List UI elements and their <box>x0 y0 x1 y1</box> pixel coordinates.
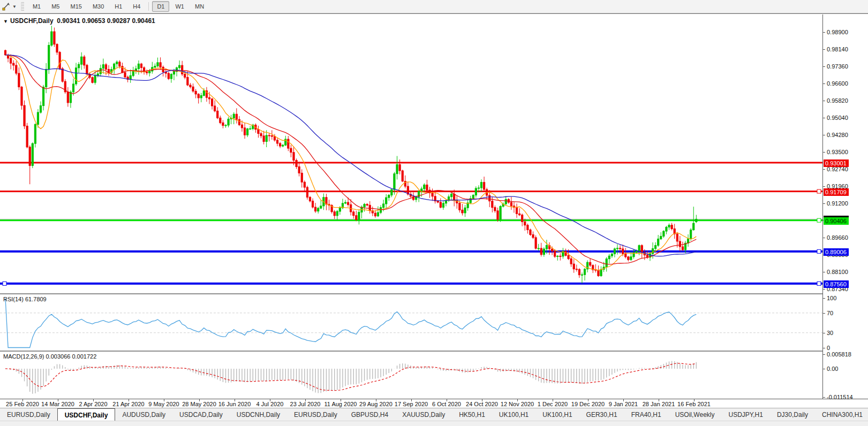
time-label: 9 May 2020 <box>148 401 179 407</box>
tab-uk100-h1[interactable]: UK100,H1 <box>492 408 535 421</box>
macd-axis-label: -0.011514 <box>827 394 853 400</box>
time-label: 28 May 2020 <box>182 401 216 407</box>
time-label: 12 Nov 2020 <box>501 401 534 407</box>
price-tick-dash <box>823 32 825 33</box>
timeframe-button-m30[interactable]: M30 <box>88 1 109 12</box>
tab-usoil-weekly[interactable]: USOil,Weekly <box>668 408 722 421</box>
tab-gbpusd-h4[interactable]: GBPUSD,H4 <box>344 408 395 421</box>
timeframe-button-d1[interactable]: D1 <box>152 1 169 12</box>
price-tick-dash <box>823 83 825 84</box>
mt4-window: ▼ M1M5M15M30H1H4D1W1MN ▼USDCHF,Daily 0.9… <box>0 0 868 426</box>
price-tick-dash <box>823 135 825 135</box>
status-strip <box>0 421 868 426</box>
timeframe-button-h4[interactable]: H4 <box>128 1 145 12</box>
rsi-tick-dash <box>823 313 825 314</box>
line-studies-icon[interactable] <box>1 2 12 11</box>
rsi-axis-label: 100 <box>827 295 836 301</box>
level-price-label: 0.90406 <box>824 217 849 225</box>
macd-tick-dash <box>823 354 825 355</box>
price-tick-label: 0.97360 <box>827 63 848 70</box>
price-tick-dash <box>823 118 825 118</box>
price-axis[interactable]: 0.989000.981400.973600.966000.958200.950… <box>822 14 868 399</box>
timeframe-button-m15[interactable]: M15 <box>65 1 86 12</box>
timeframe-button-m5[interactable]: M5 <box>47 1 64 12</box>
chart-symbol: USDCHF,Daily <box>10 17 54 25</box>
price-tick-label: 0.93500 <box>827 149 848 155</box>
price-tick-dash <box>823 238 825 238</box>
macd-panel[interactable]: MACD(12,26,9) 0.003066 0.001722 <box>0 351 822 400</box>
price-tick-dash <box>823 49 825 50</box>
tab-usdjpy-h1[interactable]: USDJPY,H1 <box>721 408 769 421</box>
level-price-label: 0.91709 <box>824 188 849 196</box>
rsi-axis-label: 70 <box>827 310 833 316</box>
price-chart-canvas[interactable]: ▼USDCHF,Daily 0.90341 0.90653 0.90287 0.… <box>0 14 822 292</box>
rsi-axis-label: 0 <box>827 345 830 351</box>
timeframe-buttons: M1M5M15M30H1H4D1W1MN <box>27 1 209 12</box>
tab-dj30-daily[interactable]: DJ30,Daily <box>770 408 815 421</box>
price-tick-label: 0.95820 <box>827 97 848 104</box>
price-tick-label: 0.96600 <box>827 80 848 87</box>
rsi-tick-dash <box>823 348 825 348</box>
price-tick-dash <box>823 152 825 153</box>
macd-caption: MACD(12,26,9) 0.003066 0.001722 <box>3 353 96 360</box>
price-tick-dash <box>823 169 825 170</box>
price-tick-label: 0.94280 <box>827 132 848 138</box>
timeframes-toolbar: ▼ M1M5M15M30H1H4D1W1MN <box>0 0 868 13</box>
timeframe-button-mn[interactable]: MN <box>190 1 209 12</box>
toolbar-grip[interactable] <box>21 2 24 11</box>
level-price-label: 0.93001 <box>824 159 849 167</box>
rsi-axis-label: 30 <box>827 330 833 336</box>
tab-ger30-h1[interactable]: GER30,H1 <box>579 408 624 421</box>
price-tick-dash <box>823 289 825 290</box>
level-price-label: 0.87560 <box>824 280 849 288</box>
price-tick-dash <box>823 272 825 272</box>
chart-ohlc: 0.90341 0.90653 0.90287 0.90461 <box>57 17 155 25</box>
timeframe-button-m1[interactable]: M1 <box>28 1 46 12</box>
price-tick-dash <box>823 186 825 187</box>
price-tick-dash <box>823 203 825 204</box>
price-tick-label: 0.98140 <box>827 46 848 52</box>
tab-uk100-h1[interactable]: UK100,H1 <box>535 408 579 421</box>
time-label: 2 Apr 2020 <box>79 401 107 407</box>
time-label: 14 Mar 2020 <box>41 401 74 407</box>
tab-usdcad-daily[interactable]: USDCAD,Daily <box>172 408 230 421</box>
tab-xauusd-daily[interactable]: XAUUSD,Daily <box>395 408 452 421</box>
time-label: 1 Dec 2020 <box>538 401 568 407</box>
rsi-panel[interactable]: RSI(14) 61.7809 <box>0 293 822 351</box>
price-tick-label: 0.89660 <box>827 234 848 241</box>
tab-fra40-h1[interactable]: FRA40,H1 <box>624 408 668 421</box>
time-label: 4 Jul 2020 <box>256 401 284 407</box>
symbol-tabs-bar: EURUSD,DailyUSDCHF,DailyAUDUSD,DailyUSDC… <box>0 408 868 421</box>
chart-window: ▼USDCHF,Daily 0.90341 0.90653 0.90287 0.… <box>0 13 868 408</box>
rsi-tick-dash <box>823 333 825 333</box>
time-label: 17 Sep 2020 <box>395 401 428 407</box>
rsi-tick-dash <box>823 298 825 299</box>
tab-eurusd-daily[interactable]: EURUSD,Daily <box>287 408 344 421</box>
time-label: 6 Oct 2020 <box>432 401 461 407</box>
macd-values: 0.003066 0.001722 <box>46 353 96 360</box>
time-label: 23 Jul 2020 <box>290 401 321 407</box>
rsi-value: 61.7809 <box>25 296 47 302</box>
macd-tick-dash <box>823 369 825 369</box>
tab-hk50-h1[interactable]: HK50,H1 <box>452 408 492 421</box>
time-label: 11 Aug 2020 <box>324 401 357 407</box>
time-label: 24 Oct 2020 <box>466 401 498 407</box>
macd-tick-dash <box>823 397 825 398</box>
price-tick-label: 0.91200 <box>827 200 848 207</box>
price-tick-dash <box>823 101 825 101</box>
timeframe-button-h1[interactable]: H1 <box>110 1 127 12</box>
tab-usdcnh-daily[interactable]: USDCNH,Daily <box>230 408 287 421</box>
tab-usdchf-daily[interactable]: USDCHF,Daily <box>57 408 116 421</box>
caret-down-icon[interactable]: ▼ <box>12 4 17 9</box>
chart-title: ▼USDCHF,Daily 0.90341 0.90653 0.90287 0.… <box>3 17 155 25</box>
time-label: 19 Dec 2020 <box>571 401 605 407</box>
macd-axis-label: 0.005818 <box>827 351 851 357</box>
tab-china300-h1[interactable]: CHINA300,H1 <box>815 408 868 421</box>
time-label: 21 Apr 2020 <box>112 401 144 407</box>
tab-audusd-daily[interactable]: AUDUSD,Daily <box>115 408 172 421</box>
timeframe-button-w1[interactable]: W1 <box>170 1 189 12</box>
triangle-down-icon: ▼ <box>3 19 8 24</box>
tab-eurusd-daily[interactable]: EURUSD,Daily <box>0 408 57 421</box>
macd-axis-label: 0.00 <box>827 366 838 372</box>
rsi-caption: RSI(14) 61.7809 <box>3 296 47 302</box>
